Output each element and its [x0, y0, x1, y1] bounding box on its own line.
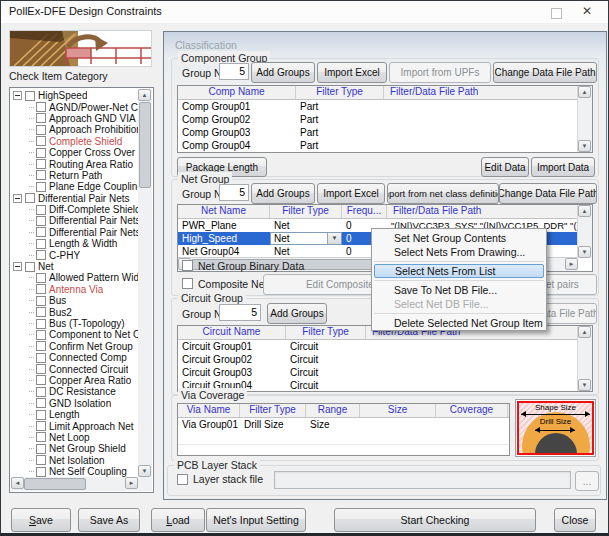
tree-item-checkbox[interactable] [36, 205, 46, 215]
footer-button-load[interactable]: Load [151, 508, 205, 532]
tree-item[interactable]: Connected Circuit [12, 363, 138, 374]
tree-item-checkbox[interactable] [36, 387, 46, 397]
tree-item-checkbox[interactable] [36, 159, 46, 169]
net-change-path-button[interactable]: Change Data File Path [499, 183, 597, 204]
scroll-down-icon[interactable]: ▼ [138, 465, 151, 477]
column-header[interactable]: Range [306, 404, 360, 417]
column-header[interactable]: Circuit Name [178, 326, 286, 339]
tree-item-checkbox[interactable] [36, 227, 46, 237]
column-header[interactable]: Net Name [178, 205, 270, 218]
footer-button-net-s-input-setting[interactable]: Net's Input Setting [206, 508, 306, 532]
tree-item-checkbox[interactable] [36, 410, 46, 420]
tree-item-checkbox[interactable] [36, 307, 46, 317]
footer-button-save[interactable]: Save [11, 508, 71, 532]
table-row[interactable]: Comp Group04Part [178, 139, 592, 152]
scroll-thumb[interactable] [24, 478, 86, 490]
tree-item-checkbox[interactable] [36, 444, 46, 454]
chevron-down-icon[interactable]: ▼ [327, 233, 341, 244]
tree-item[interactable]: Differential Pair Nets [12, 215, 138, 226]
tree-item-checkbox[interactable] [36, 375, 46, 385]
tree-item[interactable]: Antenna Via [12, 284, 138, 295]
scroll-right-icon[interactable]: ► [125, 477, 138, 489]
tree-item-checkbox[interactable] [25, 91, 35, 101]
tree-item[interactable]: Bus (T-Topology) [12, 318, 138, 329]
tree-item[interactable]: AGND/Power-Net Clea [12, 101, 138, 112]
column-header[interactable]: Coverage [436, 404, 508, 417]
circuit-add-groups-button[interactable]: Add Groups [267, 303, 327, 324]
comp-table-vscroll[interactable]: ▲ ▼ [577, 86, 592, 152]
tree-item-checkbox[interactable] [25, 193, 35, 203]
tree-item[interactable]: Net Self Coupling [12, 466, 138, 477]
tree-vertical-scrollbar[interactable]: ▲ ▼ [138, 89, 152, 477]
tree-item[interactable]: DC Resistance [12, 386, 138, 397]
column-header[interactable]: Filter/Data File Path [384, 86, 580, 99]
table-row[interactable]: Comp Group02Part [178, 113, 592, 126]
column-header[interactable]: Filter Type [296, 86, 384, 99]
close-icon[interactable]: ✕ [582, 4, 592, 18]
net-import-excel-button[interactable]: Import Excel [317, 183, 385, 204]
tree-item-checkbox[interactable] [36, 216, 46, 226]
tree-item[interactable]: Length & Width [12, 238, 138, 249]
tree-item-checkbox[interactable] [36, 239, 46, 249]
menu-item[interactable]: Delete Selected Net Group Item [372, 316, 546, 330]
tree-item[interactable]: Approach Prohibition V [12, 124, 138, 135]
scroll-down-icon[interactable]: ▼ [578, 379, 591, 391]
scroll-thumb[interactable] [139, 102, 151, 188]
tree-item-checkbox[interactable] [36, 113, 46, 123]
collapse-icon[interactable] [13, 194, 22, 203]
net-group-binary-data-checkbox[interactable] [182, 260, 193, 271]
footer-button-save-as[interactable]: Save As [78, 508, 140, 532]
tree-item-checkbox[interactable] [36, 250, 46, 260]
scroll-up-icon[interactable]: ▲ [138, 89, 151, 101]
tree-item-checkbox[interactable] [36, 296, 46, 306]
tree-item[interactable]: Net Isolation [12, 455, 138, 466]
table-row[interactable]: Circuit Group02Circuit [178, 353, 592, 366]
scroll-up-icon[interactable]: ▲ [578, 205, 591, 217]
tree-item[interactable]: Net Group Shield [12, 443, 138, 454]
tree-item[interactable]: Approach GND VIA (S [12, 113, 138, 124]
scroll-up-icon[interactable]: ▲ [578, 326, 591, 338]
tree-item-checkbox[interactable] [36, 398, 46, 408]
tree-item-checkbox[interactable] [36, 341, 46, 351]
collapse-icon[interactable] [13, 262, 22, 271]
scroll-right-icon[interactable]: ► [565, 258, 578, 270]
tree-item-checkbox[interactable] [36, 102, 46, 112]
tree-item[interactable]: Limit Approach Net [12, 420, 138, 431]
column-header[interactable]: Filter/Data File Path [387, 205, 580, 218]
tree-item[interactable]: Differential Pair Nets 2 [12, 227, 138, 238]
tree-item[interactable]: Length [12, 409, 138, 420]
tree-item[interactable]: Connected Comp [12, 352, 138, 363]
tree-item-checkbox[interactable] [36, 170, 46, 180]
circuit-table-vscroll[interactable]: ▲ ▼ [577, 326, 592, 391]
filter-type-combo[interactable]: Net▼ [270, 232, 342, 245]
table-row[interactable]: Circuit Group01Circuit [178, 340, 592, 353]
import-data-button[interactable]: Import Data [531, 157, 595, 177]
table-row[interactable]: Comp Group01Part [178, 100, 592, 113]
column-header[interactable]: Filter Type [270, 205, 342, 218]
menu-item[interactable]: Set Net Group Contents [372, 231, 546, 245]
tree-item[interactable]: GND Isolation [12, 398, 138, 409]
table-row[interactable]: Comp Group03Part [178, 126, 592, 139]
scroll-up-icon[interactable]: ▲ [578, 86, 591, 98]
tree-item[interactable]: C-PHY [12, 249, 138, 260]
tree-item-checkbox[interactable] [36, 125, 46, 135]
tree-item-checkbox[interactable] [36, 455, 46, 465]
tree-item[interactable]: Confirm Net Group [12, 341, 138, 352]
tree-item-checkbox[interactable] [36, 364, 46, 374]
menu-item[interactable]: Save To Net DB File... [372, 283, 546, 297]
scroll-down-icon[interactable]: ▼ [578, 140, 591, 152]
comp-add-groups-button[interactable]: Add Groups [251, 62, 315, 83]
tree-item-checkbox[interactable] [36, 421, 46, 431]
scroll-down-icon[interactable]: ▼ [578, 246, 591, 258]
maximize-icon[interactable] [551, 8, 562, 19]
net-add-groups-button[interactable]: Add Groups [251, 183, 315, 204]
tree-item[interactable]: Component to Net Cl [12, 329, 138, 340]
tree-item[interactable]: Bus2 [12, 306, 138, 317]
menu-item[interactable]: Select Nets From Drawing... [372, 245, 546, 259]
tree-item[interactable]: Bus [12, 295, 138, 306]
comp-group-no-field[interactable]: 5 [219, 63, 249, 80]
edit-data-button[interactable]: Edit Data [481, 157, 529, 177]
comp-import-excel-button[interactable]: Import Excel [317, 62, 387, 83]
tree-item[interactable]: Return Path [12, 170, 138, 181]
tree-item[interactable]: Routing Area Ratio [12, 158, 138, 169]
